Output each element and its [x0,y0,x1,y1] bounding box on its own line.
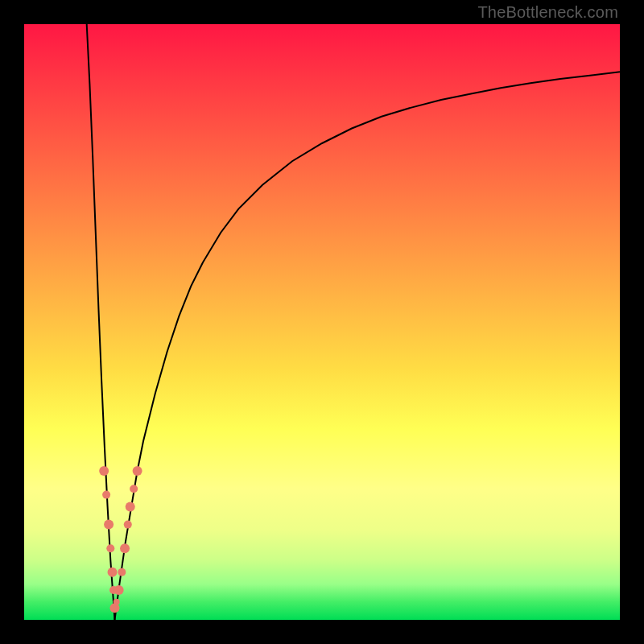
plot-gradient [24,24,620,620]
watermark: TheBottleneck.com [477,3,618,22]
chart-container: TheBottleneck.com [0,0,644,644]
